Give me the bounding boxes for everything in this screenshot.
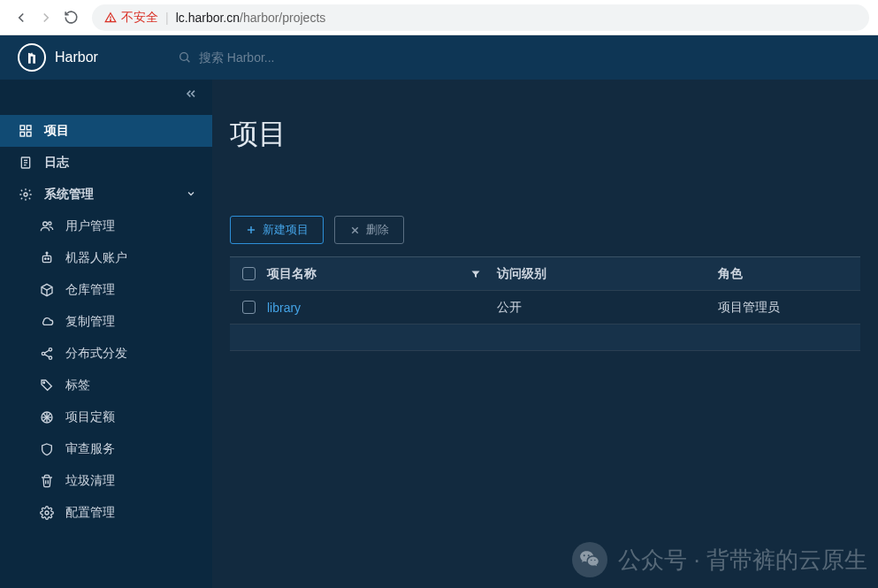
svg-line-3 bbox=[187, 59, 189, 62]
svg-rect-4 bbox=[20, 126, 25, 130]
sidebar-item-robots[interactable]: 机器人账户 bbox=[0, 242, 212, 274]
sidebar-item-users[interactable]: 用户管理 bbox=[0, 210, 212, 242]
sidebar-item-projects[interactable]: 项目 bbox=[0, 115, 212, 147]
sidebar-collapse-button[interactable] bbox=[0, 80, 212, 108]
sidebar-item-label: 标签 bbox=[65, 378, 90, 393]
svg-point-13 bbox=[43, 222, 48, 226]
delete-button[interactable]: 删除 bbox=[334, 216, 404, 244]
row-role: 项目管理员 bbox=[718, 300, 860, 316]
sidebar-item-label: 分布式分发 bbox=[65, 346, 127, 362]
svg-point-12 bbox=[24, 193, 27, 196]
sidebar-item-quotas[interactable]: 项目定额 bbox=[0, 401, 212, 433]
sidebar-item-label: 复制管理 bbox=[65, 314, 115, 330]
svg-point-23 bbox=[49, 356, 51, 359]
column-role[interactable]: 角色 bbox=[718, 266, 860, 282]
sidebar-item-logs[interactable]: 日志 bbox=[0, 147, 212, 179]
row-checkbox[interactable] bbox=[242, 301, 256, 314]
reload-button[interactable] bbox=[58, 5, 83, 30]
column-name[interactable]: 项目名称 bbox=[267, 266, 497, 282]
watermark: 公众号 · 背带裤的云原生 bbox=[572, 542, 867, 577]
sidebar-item-interrogation[interactable]: 审查服务 bbox=[0, 433, 212, 465]
sidebar-item-label: 项目 bbox=[44, 123, 69, 139]
sidebar: 项目 日志 系统管理 用户管理 机器人账户 仓库管理 复制管理 bbox=[0, 80, 212, 588]
svg-rect-15 bbox=[42, 256, 50, 262]
logs-icon bbox=[18, 155, 34, 171]
svg-point-2 bbox=[180, 53, 188, 61]
new-project-button[interactable]: 新建项目 bbox=[230, 216, 324, 244]
button-label: 新建项目 bbox=[263, 222, 309, 238]
insecure-indicator: 不安全 bbox=[104, 10, 158, 26]
sidebar-item-label: 日志 bbox=[44, 155, 69, 171]
admin-icon bbox=[18, 187, 34, 202]
svg-point-34 bbox=[45, 511, 49, 515]
trash-icon bbox=[39, 473, 55, 489]
sidebar-item-config[interactable]: 配置管理 bbox=[0, 497, 212, 529]
svg-line-24 bbox=[45, 350, 50, 353]
sidebar-item-label: 机器人账户 bbox=[65, 250, 127, 266]
cloud-icon bbox=[39, 314, 55, 330]
svg-point-1 bbox=[111, 19, 111, 20]
shield-icon bbox=[39, 441, 55, 457]
sidebar-item-repos[interactable]: 仓库管理 bbox=[0, 274, 212, 306]
tag-icon bbox=[39, 378, 55, 393]
row-access: 公开 bbox=[497, 300, 718, 316]
gear-icon bbox=[39, 505, 55, 521]
sidebar-item-replication[interactable]: 复制管理 bbox=[0, 306, 212, 338]
project-name-link[interactable]: library bbox=[267, 301, 301, 315]
select-all-checkbox[interactable] bbox=[242, 267, 256, 280]
svg-point-17 bbox=[48, 258, 49, 259]
table-row[interactable]: library 公开 项目管理员 bbox=[230, 291, 860, 325]
address-bar[interactable]: 不安全 | lc.harbor.cn/harbor/projects bbox=[92, 4, 869, 31]
sidebar-item-distribution[interactable]: 分布式分发 bbox=[0, 338, 212, 370]
quota-icon bbox=[39, 409, 55, 425]
search-input[interactable] bbox=[199, 50, 464, 65]
forward-button[interactable] bbox=[34, 5, 58, 30]
browser-bar: 不安全 | lc.harbor.cn/harbor/projects bbox=[0, 0, 878, 35]
wechat-icon bbox=[572, 542, 607, 577]
svg-point-16 bbox=[45, 258, 46, 259]
sidebar-item-gc[interactable]: 垃圾清理 bbox=[0, 465, 212, 497]
app-name: Harbor bbox=[55, 50, 98, 65]
table-footer bbox=[230, 325, 860, 351]
sidebar-item-labels[interactable]: 标签 bbox=[0, 370, 212, 401]
sidebar-item-label: 项目定额 bbox=[65, 409, 115, 425]
column-access[interactable]: 访问级别 bbox=[497, 266, 718, 282]
sidebar-item-administration[interactable]: 系统管理 bbox=[0, 179, 212, 210]
robot-icon bbox=[39, 250, 55, 266]
sidebar-item-label: 用户管理 bbox=[65, 218, 115, 234]
back-button[interactable] bbox=[9, 5, 34, 30]
svg-rect-7 bbox=[27, 132, 31, 136]
table-header: 项目名称 访问级别 角色 bbox=[230, 257, 860, 291]
svg-rect-6 bbox=[20, 132, 25, 136]
share-icon bbox=[39, 346, 55, 362]
app-header: Harbor bbox=[0, 35, 878, 80]
main-content: 项目 新建项目 删除 项目名称 访问级别 角色 bbox=[212, 80, 878, 588]
svg-point-26 bbox=[43, 382, 45, 384]
page-title: 项目 bbox=[230, 115, 860, 154]
sidebar-item-label: 仓库管理 bbox=[65, 282, 115, 298]
app-logo[interactable]: Harbor bbox=[18, 43, 98, 72]
chevron-down-icon bbox=[186, 187, 196, 202]
sidebar-item-label: 审查服务 bbox=[65, 441, 115, 457]
filter-icon[interactable] bbox=[470, 269, 481, 279]
svg-point-22 bbox=[42, 352, 44, 355]
harbor-logo-icon bbox=[18, 43, 46, 72]
sidebar-item-label: 垃圾清理 bbox=[65, 473, 115, 489]
global-search[interactable] bbox=[178, 50, 464, 65]
svg-point-21 bbox=[49, 348, 51, 351]
projects-icon bbox=[18, 123, 34, 139]
svg-rect-5 bbox=[27, 126, 31, 130]
svg-point-14 bbox=[49, 222, 51, 225]
users-icon bbox=[39, 218, 55, 234]
action-row: 新建项目 删除 bbox=[230, 216, 860, 244]
button-label: 删除 bbox=[366, 222, 389, 238]
projects-table: 项目名称 访问级别 角色 library 公开 项目管理员 bbox=[230, 256, 860, 351]
url-path: /harbor/projects bbox=[240, 11, 325, 25]
sidebar-item-label: 系统管理 bbox=[44, 187, 94, 202]
cube-icon bbox=[39, 282, 55, 298]
svg-line-25 bbox=[45, 355, 50, 357]
url-host: lc.harbor.cn bbox=[176, 11, 240, 25]
sidebar-item-label: 配置管理 bbox=[65, 505, 115, 521]
watermark-text: 公众号 · 背带裤的云原生 bbox=[618, 545, 867, 576]
